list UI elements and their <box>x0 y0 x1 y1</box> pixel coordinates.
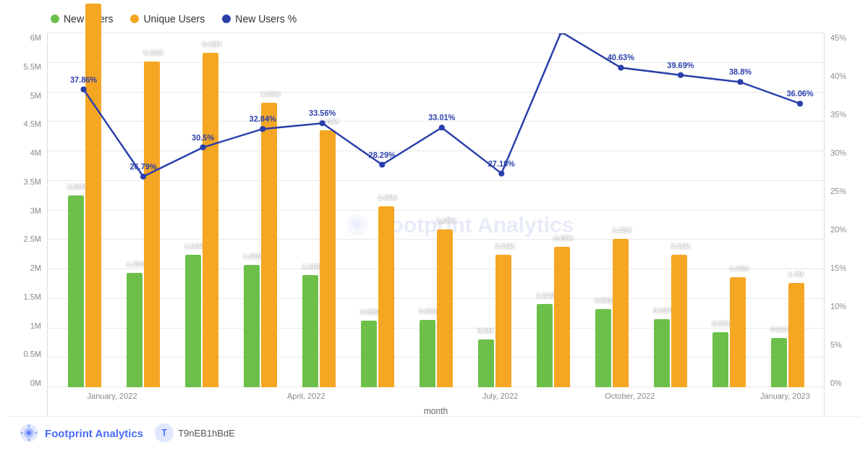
bar-wrapper-new-users: 1.43M <box>127 273 142 387</box>
y-left-label: 2M <box>30 263 41 272</box>
unique-users-dot <box>130 14 139 23</box>
bar-wrapper-unique-users: 1.7M <box>788 283 804 387</box>
bar-new-users: 2.38M <box>68 195 84 387</box>
month-group: 0.8501M2.58M <box>407 229 465 387</box>
bar-unique-users-label: 2.42M <box>613 226 631 234</box>
bar-new-users: 1.43M <box>127 273 142 387</box>
bar-unique-users: 2.95M <box>378 206 394 387</box>
bar-unique-users-label: 5.45M <box>203 40 221 48</box>
bar-wrapper-new-users: 0.8358M <box>361 321 377 387</box>
bar-unique-users: 2.42M <box>613 239 629 387</box>
bar-wrapper-new-users: 1.66M <box>185 255 201 387</box>
x-axis-label: April, 2022 <box>287 392 326 400</box>
month-group: 1.53M4.65M <box>231 103 289 387</box>
chart-container: New Users Unique Users New Users % 6M5.5… <box>0 0 868 456</box>
bar-wrapper-unique-users: 6.29M <box>85 4 101 387</box>
y-left-label: 1M <box>30 321 41 330</box>
bar-wrapper-new-users: 0.6931M <box>712 332 728 387</box>
legend-new-users-pct-label: New Users % <box>235 13 297 25</box>
x-axis-label: January, 2022 <box>88 392 137 400</box>
bar-unique-users-label: 2.16M <box>671 242 690 250</box>
token-id: T9nEB1hBdE <box>178 428 235 439</box>
bar-new-users: 0.9824M <box>595 309 611 387</box>
bar-wrapper-new-users: 0.6133M <box>771 338 787 387</box>
bar-wrapper-new-users: 1.41M <box>302 275 318 387</box>
month-group: 0.6M2.16M <box>465 255 524 387</box>
bar-unique-users-label: 1.79M <box>730 264 749 272</box>
bar-unique-users-label: 4.65M <box>261 90 280 98</box>
x-axis-label: July, 2022 <box>482 392 518 400</box>
footer: Footprint Analytics T T9nEB1hBdE <box>7 416 861 449</box>
y-left-label: 4.5M <box>24 119 41 128</box>
token-avatar: T <box>155 423 174 442</box>
bar-wrapper-unique-users: 2.16M <box>495 255 511 387</box>
bar-unique-users: 4.65M <box>261 103 277 387</box>
svg-point-36 <box>35 432 37 434</box>
y-right-label: 5% <box>830 340 842 349</box>
y-left-label: 4M <box>30 148 41 157</box>
x-axis: month January, 2022April, 2022July, 2022… <box>48 387 824 416</box>
bar-new-users-label: 1.53M <box>244 252 263 260</box>
bar-new-users-label: 1.43M <box>127 260 145 268</box>
y-left-label: 1.5M <box>24 292 41 301</box>
x-axis-label: October, 2022 <box>605 392 655 400</box>
chart-legend: New Users Unique Users New Users % <box>7 7 861 33</box>
y-right-label: 15% <box>830 263 846 272</box>
bar-new-users-label: 1.41M <box>302 262 321 270</box>
bar-unique-users: 6.29M <box>85 4 101 387</box>
bar-wrapper-unique-users: 2.29M <box>554 247 570 387</box>
month-group: 1.41M4.19M <box>289 130 348 387</box>
bar-unique-users: 2.29M <box>554 247 570 387</box>
month-group: 0.8358M2.95M <box>348 206 407 387</box>
bar-new-users: 0.8501M <box>420 320 435 387</box>
bar-new-users: 0.6133M <box>771 338 787 387</box>
bar-unique-users: 2.58M <box>437 229 453 387</box>
month-group: 0.8575M2.16M <box>641 255 699 387</box>
bar-new-users-label: 1.66M <box>185 242 204 250</box>
bar-new-users: 1.04M <box>537 304 553 387</box>
bar-wrapper-new-users: 0.8575M <box>654 319 670 387</box>
bar-new-users: 0.8575M <box>654 319 670 387</box>
bar-wrapper-unique-users: 5.33M <box>144 62 160 387</box>
y-left-label: 6M <box>30 33 41 42</box>
bar-unique-users: 1.79M <box>730 277 746 387</box>
bar-wrapper-unique-users: 1.79M <box>730 277 746 387</box>
y-right-label: 45% <box>830 33 846 42</box>
footer-token: T T9nEB1hBdE <box>155 423 235 442</box>
bar-unique-users: 2.16M <box>495 255 511 387</box>
bar-unique-users-label: 1.7M <box>788 270 804 278</box>
y-right-label: 30% <box>830 148 846 157</box>
month-group: 0.9824M2.42M <box>582 239 641 387</box>
brand-name: Footprint Analytics <box>45 427 143 439</box>
y-left-label: 5M <box>30 91 41 100</box>
y-right-label: 10% <box>830 302 846 311</box>
bar-wrapper-unique-users: 2.42M <box>613 239 629 387</box>
bar-wrapper-unique-users: 2.58M <box>437 229 453 387</box>
svg-point-35 <box>21 432 23 434</box>
month-group: 1.04M2.29M <box>524 247 582 387</box>
bar-new-users-label: 0.6M <box>478 326 493 334</box>
bar-new-users-label: 2.38M <box>68 182 87 190</box>
y-right-label: 35% <box>830 110 846 119</box>
y-left-label: 0M <box>30 379 41 387</box>
bar-unique-users-label: 2.95M <box>378 193 397 201</box>
bar-wrapper-unique-users: 2.95M <box>378 206 394 387</box>
y-axis-right: 45%40%35%30%25%20%15%10%5%0% <box>825 33 861 416</box>
chart-area: 6M5.5M5M4.5M4M3.5M3M2.5M2M1.5M1M0.5M0M F… <box>7 33 861 416</box>
bar-wrapper-unique-users: 5.45M <box>203 53 218 387</box>
new-users-pct-dot <box>222 14 231 23</box>
bar-new-users-label: 1.04M <box>537 291 556 299</box>
bar-wrapper-new-users: 0.8501M <box>420 320 435 387</box>
bar-new-users: 1.53M <box>244 265 260 387</box>
month-group: 2.38M6.29M <box>55 4 114 387</box>
bar-wrapper-new-users: 0.9824M <box>595 309 611 387</box>
legend-new-users-pct: New Users % <box>222 13 297 25</box>
svg-point-32 <box>28 432 30 434</box>
y-left-label: 3.5M <box>24 177 41 186</box>
bar-unique-users-label: 5.33M <box>144 48 163 56</box>
bar-unique-users-label: 2.29M <box>554 234 573 242</box>
y-right-label: 0% <box>830 379 842 387</box>
bar-unique-users: 4.19M <box>320 130 336 387</box>
bar-unique-users: 2.16M <box>671 255 687 387</box>
bar-wrapper-new-users: 2.38M <box>68 195 84 387</box>
